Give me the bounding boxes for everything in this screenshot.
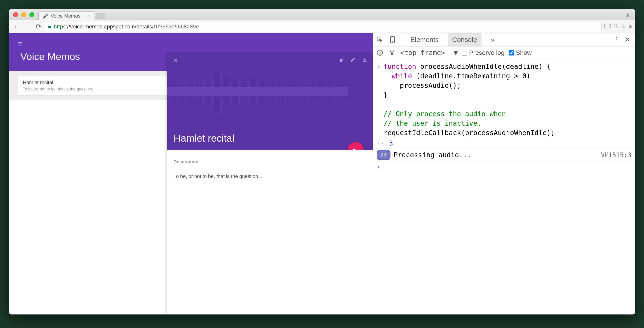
content-area: ≡ Voice Memos Hamlet recital To be, or n… (9, 33, 635, 315)
show-checkbox[interactable]: Show (509, 49, 532, 56)
mic-icon: 🎤 (43, 13, 48, 19)
address-bar[interactable]: https://voice-memos.appspot.com/details/… (45, 22, 602, 31)
delete-icon[interactable] (338, 57, 344, 64)
lock-icon (48, 23, 52, 30)
zoom-icon[interactable] (613, 23, 618, 30)
log-message: Processing audio... (394, 150, 471, 160)
forward-button[interactable]: → (24, 22, 32, 31)
zoom-window-button[interactable] (30, 12, 34, 17)
camera-icon[interactable] (604, 23, 610, 30)
log-count-badge: 24 (377, 150, 390, 160)
menu-icon[interactable]: ≡ (629, 23, 632, 30)
close-window-button[interactable] (13, 12, 18, 17)
detail-header: ✕ (167, 53, 373, 150)
waveform (167, 67, 348, 116)
bookmark-icon[interactable]: ☆ (621, 23, 626, 30)
svg-point-0 (627, 13, 629, 15)
preserve-log-checkbox[interactable]: Preserve log (462, 49, 504, 56)
tab-title: Voice Memos (50, 13, 80, 19)
titlebar: 🎤 Voice Memos × (9, 9, 635, 20)
console-output[interactable]: › function processAudioWhenIdle(deadline… (373, 59, 635, 315)
tab-console[interactable]: Console (448, 33, 482, 46)
app: ≡ Voice Memos Hamlet recital To be, or n… (9, 33, 373, 315)
toolbar-right: ☆ ≡ (604, 23, 632, 30)
edit-icon[interactable] (350, 57, 356, 64)
description-text: To be, or not to be, that is the questio… (174, 173, 366, 179)
browser-toolbar: ← → ⟳ https://voice-memos.appspot.com/de… (9, 20, 635, 33)
tab-strip: 🎤 Voice Memos × (38, 9, 105, 20)
svg-rect-1 (604, 24, 609, 28)
console-toolbar: <top frame> ▼ Preserve log Show (373, 46, 635, 59)
close-detail-icon[interactable]: ✕ (173, 57, 178, 64)
devtools-panel: Elements Console » ⋮ ✕ <top frame> ▼ Pre… (373, 33, 635, 315)
console-input-prompt[interactable]: › (377, 162, 381, 171)
return-arrow-icon: ‹· (377, 139, 386, 148)
console-log-row: 24 Processing audio... VM1515:3 (377, 149, 631, 162)
description-label: Description (174, 159, 366, 164)
new-tab-button[interactable] (96, 13, 105, 19)
browser-window: 🎤 Voice Memos × ← → ⟳ https://voice-memo… (9, 9, 635, 315)
detail-body: Description To be, or not to be, that is… (167, 150, 373, 188)
profile-button[interactable] (624, 11, 632, 19)
url-text: https://voice-memos.appspot.com/details/… (54, 23, 199, 30)
log-source-link[interactable]: VM1515:3 (601, 151, 631, 160)
minimize-window-button[interactable] (21, 12, 26, 17)
inspect-icon[interactable] (376, 36, 384, 44)
window-controls (13, 12, 34, 17)
close-tab-icon[interactable]: × (87, 13, 90, 18)
svg-point-46 (392, 41, 393, 42)
svg-point-2 (614, 24, 617, 27)
svg-line-48 (378, 51, 382, 54)
hamburger-icon[interactable]: ≡ (18, 40, 22, 48)
devtools-tabs: Elements Console » ⋮ ✕ (373, 33, 635, 46)
tab-elements[interactable]: Elements (406, 33, 443, 46)
tab-more[interactable]: » (486, 33, 499, 46)
detail-pane: ✕ (167, 53, 373, 315)
detail-title: Hamlet recital (167, 133, 373, 150)
return-value: 3 (389, 139, 393, 148)
browser-tab[interactable]: 🎤 Voice Memos × (38, 11, 94, 20)
devtools-menu-icon[interactable]: ⋮ (614, 36, 620, 43)
filter-icon[interactable] (388, 49, 396, 57)
svg-line-3 (616, 26, 618, 28)
input-prompt-icon: › (377, 62, 381, 71)
separator (401, 35, 401, 44)
devtools-close-icon[interactable]: ✕ (624, 35, 630, 44)
frame-selector[interactable]: <top frame> ▼ (400, 49, 458, 57)
clear-console-icon[interactable] (376, 49, 384, 57)
download-icon[interactable] (362, 57, 368, 64)
device-icon[interactable] (388, 36, 396, 44)
reload-button[interactable]: ⟳ (35, 22, 42, 31)
console-code: function processAudioWhenIdle(deadline) … (384, 62, 555, 138)
back-button[interactable]: ← (12, 22, 21, 31)
